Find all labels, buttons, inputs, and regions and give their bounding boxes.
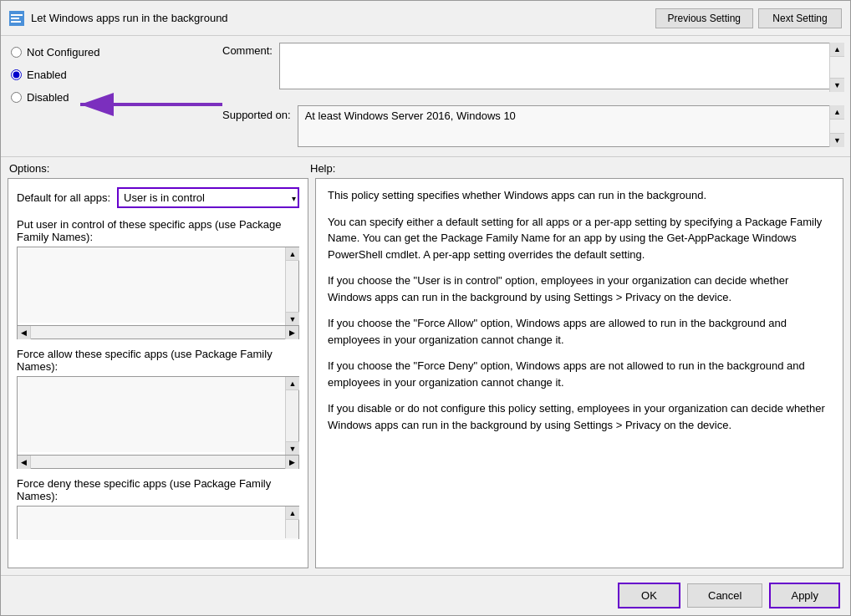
dialog-window: Let Windows apps run in the background P… [0, 0, 851, 616]
force-allow-label: Force allow these specific apps (use Pac… [17, 348, 299, 373]
force-allow-textarea[interactable] [18, 377, 298, 452]
comment-section: Comment: ▲ ▼ [222, 43, 843, 92]
help-text: This policy setting specifies whether Wi… [328, 187, 831, 433]
radio-group: Not Configured Enabled Disabled [9, 43, 214, 107]
help-para-1: This policy setting specifies whether Wi… [328, 187, 831, 204]
disabled-label: Disabled [27, 91, 69, 104]
disabled-radio[interactable] [11, 92, 22, 103]
enabled-radio-item[interactable]: Enabled [9, 65, 214, 84]
not-configured-radio-item[interactable]: Not Configured [9, 43, 214, 62]
top-section: Not Configured Enabled Disabled [1, 36, 850, 157]
svg-rect-2 [11, 18, 19, 19]
title-nav-buttons: Previous Setting Next Setting [655, 8, 842, 28]
default-apps-dropdown[interactable]: User is in control Force Allow Force Den… [119, 189, 298, 206]
help-para-4: If you choose the "Force Allow" option, … [328, 315, 831, 348]
force-deny-textarea-container: ▲ [17, 506, 299, 539]
options-panel: Default for all apps: User is in control… [8, 178, 308, 568]
supported-scroll-track [830, 120, 843, 133]
radio-panel: Not Configured Enabled Disabled [1, 36, 222, 156]
supported-scroll-up[interactable]: ▲ [830, 105, 844, 120]
put-user-label: Put user in control of these specific ap… [17, 218, 299, 243]
put-user-scroll-up[interactable]: ▲ [286, 247, 299, 261]
put-user-section: Put user in control of these specific ap… [17, 218, 299, 339]
put-user-textarea-container: ▲ ▼ [17, 247, 299, 326]
force-deny-v-scrollbar: ▲ [285, 507, 298, 538]
supported-box-container: At least Windows Server 2016, Windows 10… [298, 105, 843, 147]
policy-icon [9, 11, 24, 26]
dialog-body: Not Configured Enabled Disabled [1, 36, 850, 615]
force-allow-scroll-up[interactable]: ▲ [286, 377, 299, 390]
force-allow-scroll-track [286, 390, 298, 441]
ok-button[interactable]: OK [618, 583, 680, 608]
section-headers: Options: Help: [1, 157, 850, 178]
dialog-title: Let Windows apps run in the background [31, 12, 228, 24]
put-user-scroll-track [286, 261, 298, 312]
svg-rect-3 [11, 21, 21, 23]
right-info-panel: Comment: ▲ ▼ Supported on: At least [222, 36, 850, 156]
supported-value: At least Windows Server 2016, Windows 10 [298, 105, 843, 147]
svg-rect-1 [11, 14, 23, 16]
enabled-radio[interactable] [11, 69, 22, 80]
default-apps-row: Default for all apps: User is in control… [17, 187, 299, 208]
help-header: Help: [310, 162, 842, 175]
apply-button[interactable]: Apply [769, 583, 840, 608]
supported-section: Supported on: At least Windows Server 20… [222, 105, 843, 147]
help-para-2: You can specify either a default setting… [328, 214, 831, 263]
comment-scroll-track [830, 57, 843, 78]
put-user-textarea[interactable] [18, 247, 298, 323]
default-apps-dropdown-container: User is in control Force Allow Force Den… [117, 187, 299, 208]
supported-scrollbar: ▲ ▼ [829, 105, 843, 147]
put-user-scroll-down[interactable]: ▼ [286, 312, 299, 325]
force-allow-v-scrollbar: ▲ ▼ [285, 377, 298, 455]
force-deny-label: Force deny these specific apps (use Pack… [17, 477, 299, 502]
comment-scroll-down[interactable]: ▼ [830, 78, 844, 92]
help-para-3: If you choose the "User is in control" o… [328, 272, 831, 305]
force-allow-h-scroll-left[interactable]: ◀ [18, 456, 31, 469]
force-allow-h-scroll-track [31, 456, 285, 468]
force-allow-h-scroll-right[interactable]: ▶ [285, 456, 298, 469]
put-user-h-scroll-right[interactable]: ▶ [285, 326, 298, 339]
put-user-h-scrollbar: ◀ ▶ [17, 326, 299, 339]
comment-box-container: ▲ ▼ [279, 43, 843, 92]
comment-textarea[interactable] [279, 43, 843, 89]
force-allow-h-scrollbar: ◀ ▶ [17, 456, 299, 469]
disabled-radio-item[interactable]: Disabled [9, 88, 214, 107]
previous-setting-button[interactable]: Previous Setting [655, 8, 753, 28]
next-setting-button[interactable]: Next Setting [758, 8, 842, 28]
not-configured-radio[interactable] [11, 47, 22, 58]
help-para-5: If you choose the "Force Deny" option, W… [328, 358, 831, 390]
cancel-button[interactable]: Cancel [687, 583, 762, 608]
comment-scrollbar: ▲ ▼ [829, 43, 843, 92]
comment-scroll-up[interactable]: ▲ [830, 43, 844, 57]
force-allow-textarea-container: ▲ ▼ [17, 376, 299, 456]
supported-label: Supported on: [222, 105, 291, 121]
help-para-6: If you disable or do not configure this … [328, 400, 831, 433]
put-user-h-scroll-left[interactable]: ◀ [18, 326, 31, 339]
force-allow-scroll-down[interactable]: ▼ [286, 441, 299, 455]
title-bar-left: Let Windows apps run in the background [9, 11, 228, 26]
enabled-label: Enabled [27, 69, 67, 81]
force-deny-scroll-up[interactable]: ▲ [286, 507, 299, 520]
force-allow-section: Force allow these specific apps (use Pac… [17, 348, 299, 469]
title-bar: Let Windows apps run in the background P… [1, 1, 850, 36]
options-header: Options: [9, 162, 310, 175]
help-panel: This policy setting specifies whether Wi… [315, 178, 843, 568]
put-user-h-scroll-track [31, 326, 285, 339]
comment-label: Comment: [222, 43, 273, 57]
not-configured-label: Not Configured [27, 46, 99, 59]
force-deny-section: Force deny these specific apps (use Pack… [17, 477, 299, 539]
force-deny-textarea[interactable] [18, 507, 298, 540]
default-apps-label: Default for all apps: [17, 191, 110, 204]
force-deny-scroll-track [286, 520, 298, 538]
panels-row: Default for all apps: User is in control… [1, 178, 850, 575]
put-user-v-scrollbar: ▲ ▼ [285, 247, 298, 325]
bottom-bar: OK Cancel Apply [1, 575, 850, 615]
supported-scroll-down[interactable]: ▼ [830, 133, 844, 147]
